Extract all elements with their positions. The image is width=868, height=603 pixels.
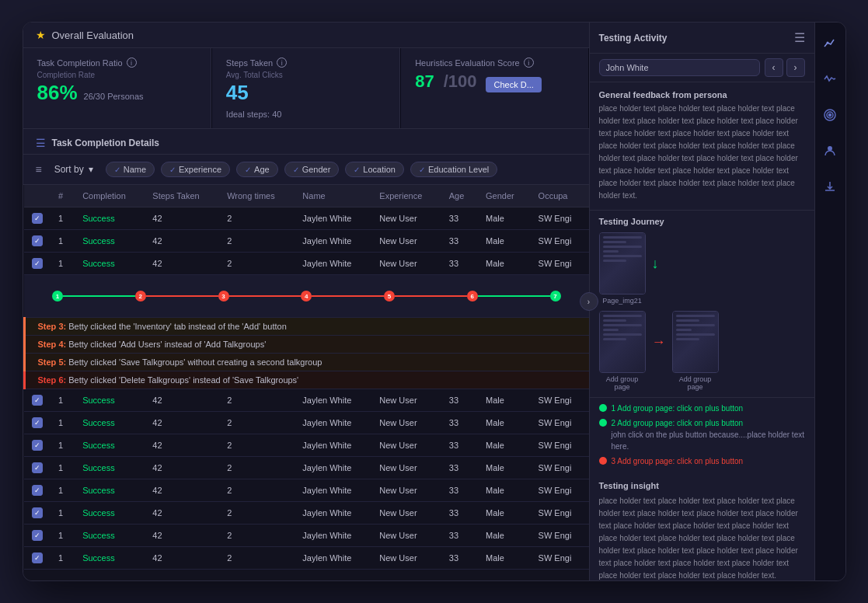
activity-icon[interactable]: [818, 68, 842, 91]
row-checkbox[interactable]: [32, 395, 43, 406]
filter-age[interactable]: ✓ Age: [236, 162, 278, 177]
row-completion: Success: [75, 230, 145, 253]
table-row[interactable]: 1 Success 42 2 Jaylen White New User 33 …: [24, 230, 589, 253]
timeline-node-7: 7: [550, 291, 561, 302]
user-select[interactable]: John White: [599, 59, 760, 76]
person-icon[interactable]: [818, 139, 842, 162]
progress-timeline-row: 1 2 3 4 5: [24, 275, 589, 318]
row-name: Jaylen White: [295, 253, 371, 275]
filter-location[interactable]: ✓ Location: [345, 162, 404, 177]
table-row[interactable]: 1Success422 Jaylen WhiteNew User33MaleSW…: [24, 547, 589, 570]
col-steps: Steps Taken: [145, 185, 219, 207]
row-checkbox[interactable]: [32, 507, 43, 518]
heuristics-score-row: 87 /100 Check D...: [415, 71, 574, 92]
timeline-dot: [599, 419, 607, 427]
row-experience: New User: [371, 253, 441, 275]
table-row[interactable]: 1 Success 42 2 Jaylen White New User 33 …: [24, 207, 589, 230]
right-arrow-icon: →: [652, 334, 666, 350]
table-row[interactable]: 1 Success 42 2 Jaylen White New User 33 …: [24, 253, 589, 275]
task-completion-info-icon[interactable]: i: [127, 58, 137, 68]
row-checkbox[interactable]: [32, 462, 43, 473]
error-row: Step 3: Betty clicked the 'Inventory' ta…: [24, 318, 589, 336]
error-text: Betty clicked 'Save Talkgroups' without …: [68, 357, 322, 367]
sort-by-button[interactable]: Sort by ▾: [48, 161, 99, 178]
row-checkbox[interactable]: [32, 530, 43, 541]
col-completion: Completion: [75, 185, 145, 207]
error-row: Step 6: Betty clicked 'Delete Talkgroups…: [24, 371, 589, 389]
row-checkbox[interactable]: [32, 235, 43, 246]
filter-gender[interactable]: ✓ Gender: [284, 162, 340, 177]
filter-gender-label: Gender: [302, 165, 331, 174]
table-row[interactable]: 1Success422 Jaylen WhiteNew User33MaleSW…: [24, 434, 589, 457]
timeline-line: [229, 295, 302, 297]
download-icon[interactable]: [818, 175, 842, 198]
chart-icon[interactable]: [818, 32, 842, 55]
table-row[interactable]: 1Success422 Jaylen WhiteNew User33MaleSW…: [24, 479, 589, 502]
table-row[interactable]: 1Success422 Jaylen WhiteNew User33MaleSW…: [24, 525, 589, 547]
col-id: #: [51, 185, 75, 207]
row-checkbox[interactable]: [32, 485, 43, 496]
table-container[interactable]: # Completion Steps Taken Wrong times Nam…: [23, 185, 589, 580]
row-checkbox[interactable]: [32, 417, 43, 428]
row-checkbox[interactable]: [32, 258, 43, 269]
row-id: 1: [51, 230, 75, 253]
timeline-node-2: 2: [135, 291, 146, 302]
check-icon: ✓: [169, 166, 176, 174]
timeline-line: [312, 295, 384, 297]
journey-image-1: Page_img21: [599, 232, 646, 305]
timeline-node-3: 3: [218, 291, 229, 302]
filter-experience[interactable]: ✓ Experience: [161, 162, 230, 177]
row-checkbox[interactable]: [32, 552, 43, 563]
task-completion-label: Task Completion Ratio i: [37, 58, 197, 68]
target-icon[interactable]: [818, 103, 842, 127]
filter-name[interactable]: ✓ Name: [106, 162, 155, 177]
row-wrong: 2: [219, 230, 295, 253]
filter-icon: ≡: [36, 163, 42, 176]
completion-rate-label: Completion Rate: [37, 71, 197, 79]
row-name: Jaylen White: [295, 230, 371, 253]
row-checkbox[interactable]: [32, 213, 43, 224]
feedback-text: place holder text place holder text plac…: [590, 103, 814, 211]
filter-age-label: Age: [254, 165, 270, 174]
arrow-connector: ↓: [652, 232, 659, 272]
testing-insight-section: Testing insight place holder text place …: [590, 475, 814, 580]
down-arrow-icon: ↓: [652, 256, 659, 272]
step-label: Step 6:: [38, 375, 69, 385]
timeline-dot: [599, 404, 607, 412]
journey-image-3: Add grouppage: [672, 311, 719, 391]
filter-experience-label: Experience: [179, 165, 221, 174]
steps-info-icon[interactable]: i: [277, 58, 287, 68]
row-checkbox[interactable]: [32, 440, 43, 451]
journey-title: Testing Journey: [599, 217, 805, 226]
timeline-item-3: 3 Add group page: click on plus button: [599, 455, 805, 467]
table-row[interactable]: 1Success422 Jaylen WhiteNew User33MaleSW…: [24, 412, 589, 434]
row-gender: Male: [478, 253, 531, 275]
row-completion: Success: [75, 253, 145, 275]
error-row: Step 4: Betty clicked 'Add Users' instea…: [24, 336, 589, 354]
task-section: ☰ Task Completion Details ≡ Sort by ▾ ✓ …: [23, 129, 589, 580]
steps-taken-card: Steps Taken i Avg. Total Clicks 45 Ideal…: [212, 48, 400, 128]
row-name: Jaylen White: [295, 207, 371, 230]
next-user-button[interactable]: ›: [786, 58, 805, 77]
table-row[interactable]: 1Success422 Jaylen WhiteNew User33MaleSW…: [24, 389, 589, 412]
check-details-button[interactable]: Check D...: [486, 77, 541, 92]
completion-table: # Completion Steps Taken Wrong times Nam…: [23, 185, 589, 570]
hamburger-menu-button[interactable]: ☰: [794, 30, 805, 45]
filter-education[interactable]: ✓ Education Level: [410, 162, 497, 177]
check-icon: ✓: [293, 166, 299, 174]
table-header-row: # Completion Steps Taken Wrong times Nam…: [24, 185, 589, 207]
timeline-node-5: 5: [384, 291, 395, 302]
right-wrapper: › Testing Activity ☰ John White ‹ ›: [589, 23, 845, 580]
table-row[interactable]: 1Success422 Jaylen WhiteNew User33MaleSW…: [24, 457, 589, 479]
image-label: Page_img21: [602, 297, 642, 305]
step-label: Step 5:: [38, 357, 69, 367]
heuristics-info-icon[interactable]: i: [524, 58, 534, 68]
timeline-line: [146, 295, 218, 297]
check-icon: ✓: [419, 166, 425, 174]
right-panel-content[interactable]: General feedback from persona place hold…: [590, 82, 814, 580]
collapse-button[interactable]: ›: [580, 292, 598, 311]
steps-value: 45: [226, 81, 249, 105]
prev-user-button[interactable]: ‹: [765, 58, 783, 77]
table-row[interactable]: 1Success422 Jaylen WhiteNew User33MaleSW…: [24, 502, 589, 525]
star-icon: ★: [36, 29, 46, 41]
